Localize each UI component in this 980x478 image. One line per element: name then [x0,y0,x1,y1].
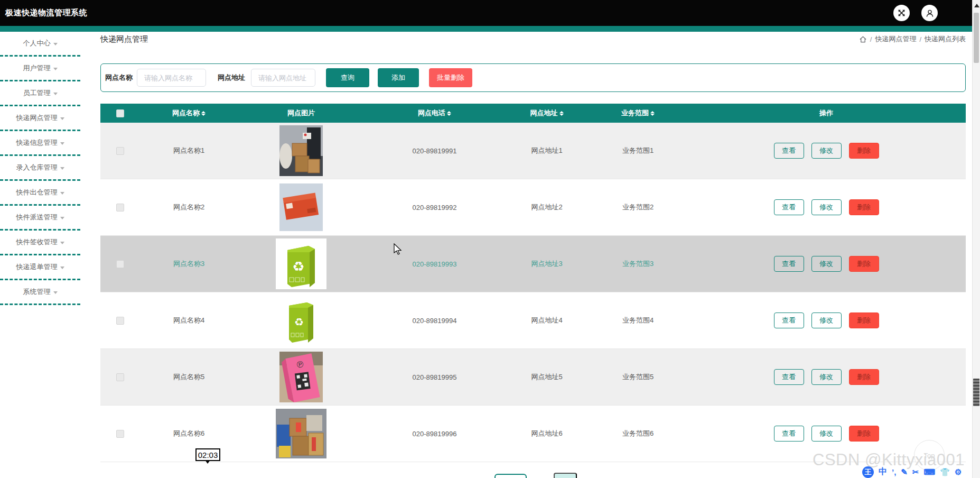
sidebar-item-outbound-mgmt[interactable]: 快件出仓管理 [0,181,80,206]
sidebar-item-label: 系统管理 [23,287,51,297]
site-name-cell: 网点名称3 [173,259,204,269]
edit-button[interactable]: 修改 [811,199,842,215]
ime-skin-icon[interactable]: 👕 [940,467,950,477]
scrollbar-up-arrow-icon[interactable] [974,4,979,7]
site-image [276,409,326,458]
breadcrumb-level2[interactable]: 快递网点列表 [925,34,966,44]
ime-scissors-icon[interactable]: ✂ [912,467,919,477]
chevron-down-icon [60,117,64,120]
site-name-cell: 网点名称6 [173,429,204,438]
add-button[interactable]: 添加 [378,68,419,87]
delete-button[interactable]: 删除 [849,199,879,215]
sidebar-item-express-info-mgmt[interactable]: 快递信息管理 [0,131,80,156]
row-checkbox[interactable] [116,430,124,438]
site-name-cell: 网点名称2 [173,203,204,212]
pagination-button-active[interactable] [554,473,577,478]
table-row: 网点名称4 ♻ 020-89819994 网点地址4 业务范围4 查看 修改 删… [100,292,966,349]
view-button[interactable]: 查看 [774,199,804,215]
ime-settings-gear-icon[interactable]: ⚙ [955,467,962,477]
home-icon[interactable] [859,35,867,43]
pagination-button[interactable] [494,474,527,478]
view-button[interactable]: 查看 [774,143,804,159]
ime-pencil-icon[interactable]: ✎ [901,467,908,477]
site-phone-cell: 020-89819994 [413,317,457,325]
delete-button[interactable]: 删除 [849,256,879,272]
edit-button[interactable]: 修改 [811,143,842,159]
col-header-address[interactable]: 网点地址 [530,108,564,118]
stacked-cardboard-boxes-image [279,125,323,176]
ime-keyboard-icon[interactable]: ⌨ [924,467,936,477]
query-button[interactable]: 查询 [326,68,369,87]
view-button[interactable]: 查看 [774,256,804,272]
chevron-down-icon [53,68,58,70]
site-name-label: 网点名称 [105,73,133,82]
edit-button[interactable]: 修改 [811,369,842,385]
sidebar-item-system-mgmt[interactable]: 系统管理 [0,280,80,305]
ime-logo-icon[interactable]: 王 [862,466,874,478]
pink-box-qr-image: ℗ [279,352,323,402]
view-button[interactable]: 查看 [774,312,804,328]
breadcrumb: / 快递网点管理 / 快递网点列表 [859,34,966,44]
fullscreen-button[interactable] [893,5,910,21]
edit-button[interactable]: 修改 [811,426,842,442]
row-checkbox[interactable] [116,317,124,325]
sort-icon[interactable] [201,111,206,116]
ime-chinese-mode-icon[interactable]: 中 [879,466,887,477]
user-profile-button[interactable] [921,5,938,21]
site-image [279,125,323,176]
view-button[interactable]: 查看 [774,426,804,442]
breadcrumb-separator: / [919,35,921,43]
sort-icon[interactable] [650,111,655,116]
edit-button[interactable]: 修改 [811,312,842,328]
batch-delete-button[interactable]: 批量删除 [429,68,472,87]
col-header-scope[interactable]: 业务范围 [621,108,655,118]
sidebar-item-user-mgmt[interactable]: 用户管理 [0,57,80,81]
scrollbar-marker [973,379,979,406]
sidebar-item-label: 快递网点管理 [16,113,58,123]
breadcrumb-level1[interactable]: 快递网点管理 [875,34,916,44]
table-header-row: 网点名称 网点图片 网点电话 网点地址 业务范围 操作 [100,104,966,123]
sidebar-item-return-mgmt[interactable]: 快递退单管理 [0,255,80,280]
col-header-phone[interactable]: 网点电话 [418,108,451,118]
delete-button[interactable]: 删除 [849,312,879,328]
sidebar-item-sign-mgmt[interactable]: 快件签收管理 [0,231,80,255]
delete-button[interactable]: 删除 [849,369,879,385]
sidebar-item-warehouse-entry-mgmt[interactable]: 录入仓库管理 [0,156,80,181]
user-icon [925,8,935,18]
sidebar-item-label: 快件签收管理 [16,237,58,247]
site-name-input[interactable] [137,69,206,87]
edit-button[interactable]: 修改 [811,256,842,272]
sidebar-item-label: 快件出仓管理 [16,188,58,197]
ime-punctuation-icon[interactable]: ’, [892,467,896,476]
site-scope-cell: 业务范围6 [622,429,654,438]
site-name-cell: 网点名称5 [173,372,204,382]
sidebar-item-site-mgmt[interactable]: 快递网点管理 [0,106,80,131]
row-checkbox[interactable] [116,147,124,155]
row-checkbox[interactable] [116,260,124,268]
site-phone-cell: 020-89819993 [413,260,457,268]
delete-button[interactable]: 删除 [849,143,879,159]
select-all-checkbox[interactable] [116,109,124,117]
ime-toolbar: 王 中 ’, ✎ ✂ ⌨ 👕 ⚙ [862,466,962,478]
page-scrollbar[interactable] [972,0,980,478]
site-name-cell: 网点名称1 [173,146,204,155]
chevron-down-icon [60,167,64,170]
col-header-name[interactable]: 网点名称 [172,108,206,118]
delete-button[interactable]: 删除 [849,426,879,442]
view-button[interactable]: 查看 [774,369,804,385]
site-image: ℗ [279,352,323,402]
sidebar-item-staff-mgmt[interactable]: 员工管理 [0,81,80,106]
sidebar-item-personal-center[interactable]: 个人中心 [0,32,80,57]
site-scope-cell: 业务范围4 [622,316,654,325]
chevron-down-icon [60,242,64,244]
row-checkbox[interactable] [116,204,124,212]
sidebar-item-label: 用户管理 [23,63,51,73]
sort-icon[interactable] [447,111,451,116]
site-address-input[interactable] [251,69,315,87]
breadcrumb-separator: / [870,35,872,43]
row-checkbox[interactable] [116,373,124,381]
sidebar-item-label: 录入仓库管理 [16,163,58,172]
sort-icon[interactable] [559,111,564,116]
sidebar-item-dispatch-mgmt[interactable]: 快件派送管理 [0,206,80,231]
scrollbar-thumb[interactable] [974,13,979,63]
